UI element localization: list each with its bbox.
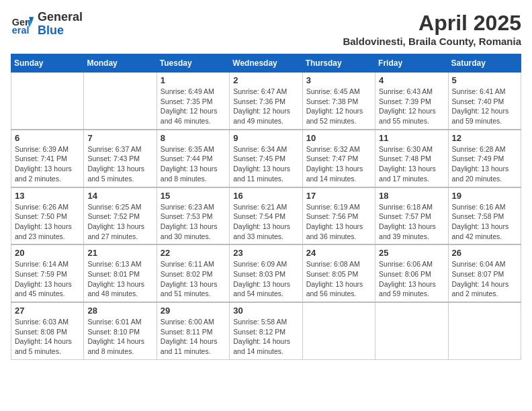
calendar-cell <box>11 73 84 130</box>
day-info: Sunrise: 6:19 AM Sunset: 7:56 PM Dayligh… <box>306 202 371 242</box>
logo-blue: Blue <box>38 24 83 38</box>
weekday-header: Sunday <box>11 54 84 73</box>
calendar-location: Baldovinesti, Braila County, Romania <box>343 36 521 47</box>
calendar-cell: 6Sunrise: 6:39 AM Sunset: 7:41 PM Daylig… <box>11 130 84 187</box>
day-number: 8 <box>161 133 226 143</box>
day-number: 29 <box>161 306 226 316</box>
day-number: 6 <box>15 133 80 143</box>
weekday-header: Monday <box>84 54 157 73</box>
day-number: 15 <box>161 191 226 201</box>
day-number: 27 <box>15 306 80 316</box>
weekday-header: Friday <box>375 54 448 73</box>
calendar-cell: 20Sunrise: 6:14 AM Sunset: 7:59 PM Dayli… <box>11 244 84 302</box>
day-info: Sunrise: 6:30 AM Sunset: 7:48 PM Dayligh… <box>379 144 444 184</box>
day-info: Sunrise: 6:43 AM Sunset: 7:39 PM Dayligh… <box>379 87 444 126</box>
calendar-cell <box>448 302 521 359</box>
calendar-cell: 13Sunrise: 6:26 AM Sunset: 7:50 PM Dayli… <box>11 187 84 245</box>
calendar-cell: 9Sunrise: 6:34 AM Sunset: 7:45 PM Daylig… <box>230 130 302 187</box>
day-info: Sunrise: 6:08 AM Sunset: 8:05 PM Dayligh… <box>306 259 371 299</box>
day-number: 20 <box>15 248 80 258</box>
calendar-cell: 27Sunrise: 6:03 AM Sunset: 8:08 PM Dayli… <box>11 302 84 359</box>
calendar-cell: 7Sunrise: 6:37 AM Sunset: 7:43 PM Daylig… <box>84 130 157 187</box>
calendar-cell: 29Sunrise: 6:00 AM Sunset: 8:11 PM Dayli… <box>157 302 229 359</box>
day-info: Sunrise: 5:58 AM Sunset: 8:12 PM Dayligh… <box>233 317 298 357</box>
day-info: Sunrise: 6:00 AM Sunset: 8:11 PM Dayligh… <box>161 317 226 357</box>
svg-text:eral: eral <box>12 25 30 36</box>
day-number: 22 <box>161 248 226 258</box>
page-header: Gen eral General Blue April 2025 Baldovi… <box>11 11 521 47</box>
day-info: Sunrise: 6:47 AM Sunset: 7:36 PM Dayligh… <box>233 87 298 126</box>
day-info: Sunrise: 6:21 AM Sunset: 7:54 PM Dayligh… <box>233 202 298 242</box>
calendar-cell: 22Sunrise: 6:11 AM Sunset: 8:02 PM Dayli… <box>157 244 229 302</box>
calendar-cell: 24Sunrise: 6:08 AM Sunset: 8:05 PM Dayli… <box>302 244 375 302</box>
day-number: 30 <box>233 306 298 316</box>
weekday-header: Wednesday <box>230 54 302 73</box>
calendar-cell <box>375 302 448 359</box>
day-number: 25 <box>379 248 444 258</box>
calendar-cell: 19Sunrise: 6:16 AM Sunset: 7:58 PM Dayli… <box>448 187 521 245</box>
day-info: Sunrise: 6:26 AM Sunset: 7:50 PM Dayligh… <box>15 202 80 242</box>
logo-icon: Gen eral <box>11 12 35 36</box>
calendar-cell: 10Sunrise: 6:32 AM Sunset: 7:47 PM Dayli… <box>302 130 375 187</box>
day-number: 23 <box>233 248 298 258</box>
day-number: 7 <box>87 133 152 143</box>
day-info: Sunrise: 6:32 AM Sunset: 7:47 PM Dayligh… <box>306 144 371 184</box>
calendar-cell: 23Sunrise: 6:09 AM Sunset: 8:03 PM Dayli… <box>230 244 302 302</box>
day-info: Sunrise: 6:41 AM Sunset: 7:40 PM Dayligh… <box>452 87 517 126</box>
weekday-header: Thursday <box>302 54 375 73</box>
day-number: 2 <box>233 75 298 85</box>
day-number: 24 <box>306 248 371 258</box>
weekday-header: Tuesday <box>157 54 229 73</box>
day-info: Sunrise: 6:09 AM Sunset: 8:03 PM Dayligh… <box>233 259 298 299</box>
day-info: Sunrise: 6:45 AM Sunset: 7:38 PM Dayligh… <box>306 87 371 126</box>
calendar-cell <box>302 302 375 359</box>
title-block: April 2025 Baldovinesti, Braila County, … <box>343 11 521 47</box>
day-number: 4 <box>379 75 444 85</box>
calendar-cell: 14Sunrise: 6:25 AM Sunset: 7:52 PM Dayli… <box>84 187 157 245</box>
day-info: Sunrise: 6:06 AM Sunset: 8:06 PM Dayligh… <box>379 259 444 299</box>
day-info: Sunrise: 6:04 AM Sunset: 8:07 PM Dayligh… <box>452 259 517 299</box>
calendar-cell: 15Sunrise: 6:23 AM Sunset: 7:53 PM Dayli… <box>157 187 229 245</box>
calendar-cell: 5Sunrise: 6:41 AM Sunset: 7:40 PM Daylig… <box>448 73 521 130</box>
day-info: Sunrise: 6:18 AM Sunset: 7:57 PM Dayligh… <box>379 202 444 242</box>
day-number: 13 <box>15 191 80 201</box>
day-info: Sunrise: 6:23 AM Sunset: 7:53 PM Dayligh… <box>161 202 226 242</box>
day-number: 12 <box>452 133 517 143</box>
day-number: 21 <box>87 248 152 258</box>
logo-general: General <box>38 11 83 24</box>
weekday-header: Saturday <box>448 54 521 73</box>
day-number: 5 <box>452 75 517 85</box>
calendar-cell: 17Sunrise: 6:19 AM Sunset: 7:56 PM Dayli… <box>302 187 375 245</box>
calendar-title: April 2025 <box>343 11 521 36</box>
calendar-cell: 11Sunrise: 6:30 AM Sunset: 7:48 PM Dayli… <box>375 130 448 187</box>
day-number: 16 <box>233 191 298 201</box>
day-number: 10 <box>306 133 371 143</box>
calendar-table: SundayMondayTuesdayWednesdayThursdayFrid… <box>11 54 521 360</box>
day-info: Sunrise: 6:11 AM Sunset: 8:02 PM Dayligh… <box>161 259 226 299</box>
day-info: Sunrise: 6:35 AM Sunset: 7:44 PM Dayligh… <box>161 144 226 184</box>
calendar-cell: 30Sunrise: 5:58 AM Sunset: 8:12 PM Dayli… <box>230 302 302 359</box>
logo: Gen eral General Blue <box>11 11 83 38</box>
day-info: Sunrise: 6:37 AM Sunset: 7:43 PM Dayligh… <box>87 144 152 184</box>
calendar-cell: 4Sunrise: 6:43 AM Sunset: 7:39 PM Daylig… <box>375 73 448 130</box>
day-number: 17 <box>306 191 371 201</box>
day-number: 11 <box>379 133 444 143</box>
calendar-cell: 25Sunrise: 6:06 AM Sunset: 8:06 PM Dayli… <box>375 244 448 302</box>
day-info: Sunrise: 6:14 AM Sunset: 7:59 PM Dayligh… <box>15 259 80 299</box>
day-info: Sunrise: 6:25 AM Sunset: 7:52 PM Dayligh… <box>87 202 152 242</box>
calendar-cell: 12Sunrise: 6:28 AM Sunset: 7:49 PM Dayli… <box>448 130 521 187</box>
calendar-cell: 8Sunrise: 6:35 AM Sunset: 7:44 PM Daylig… <box>157 130 229 187</box>
day-info: Sunrise: 6:28 AM Sunset: 7:49 PM Dayligh… <box>452 144 517 184</box>
logo-text: General Blue <box>38 11 83 38</box>
day-number: 18 <box>379 191 444 201</box>
day-number: 26 <box>452 248 517 258</box>
calendar-cell: 3Sunrise: 6:45 AM Sunset: 7:38 PM Daylig… <box>302 73 375 130</box>
calendar-cell: 1Sunrise: 6:49 AM Sunset: 7:35 PM Daylig… <box>157 73 229 130</box>
calendar-cell: 26Sunrise: 6:04 AM Sunset: 8:07 PM Dayli… <box>448 244 521 302</box>
day-info: Sunrise: 6:16 AM Sunset: 7:58 PM Dayligh… <box>452 202 517 242</box>
calendar-cell: 21Sunrise: 6:13 AM Sunset: 8:01 PM Dayli… <box>84 244 157 302</box>
day-number: 3 <box>306 75 371 85</box>
calendar-cell: 28Sunrise: 6:01 AM Sunset: 8:10 PM Dayli… <box>84 302 157 359</box>
day-number: 19 <box>452 191 517 201</box>
day-number: 1 <box>161 75 226 85</box>
